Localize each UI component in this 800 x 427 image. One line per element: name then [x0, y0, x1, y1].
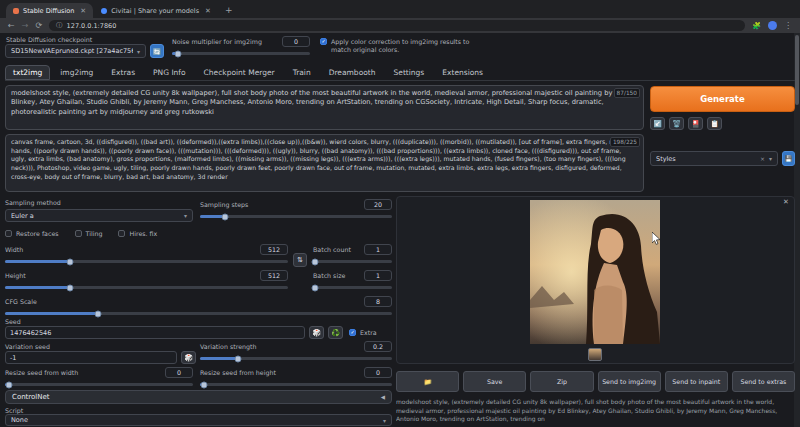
cfg-scale-slider[interactable] — [5, 312, 392, 315]
noise-multiplier-slider[interactable] — [172, 52, 310, 55]
script-value: None — [11, 416, 379, 424]
save-label: Save — [487, 378, 502, 386]
zip-button[interactable]: Zip — [530, 371, 593, 392]
extra-seed-checkbox[interactable]: ✓ Extra — [349, 329, 377, 336]
trash-icon: 🗑️ — [672, 120, 681, 128]
back-icon[interactable]: ← — [8, 21, 15, 30]
browser-tab-title: Civitai | Share your models — [111, 7, 199, 15]
scrollbar-thumb[interactable] — [795, 35, 799, 105]
variation-seed-input[interactable]: -1 — [5, 351, 177, 364]
save-style-button[interactable]: 💾 — [782, 151, 795, 166]
extra-networks-button[interactable]: 🎴 — [688, 117, 703, 130]
sampling-method-select[interactable]: Euler a ▾ — [5, 209, 193, 222]
variation-strength-slider[interactable] — [200, 357, 392, 360]
generate-button[interactable]: Generate — [650, 86, 795, 112]
refresh-checkpoint-button[interactable]: 🔄 — [150, 44, 164, 58]
width-slider[interactable] — [5, 260, 288, 263]
height-slider[interactable] — [5, 286, 288, 289]
send-to-extras-button[interactable]: Send to extras — [732, 371, 795, 392]
tab-png-info[interactable]: PNG Info — [145, 65, 194, 80]
browser-menu-icon[interactable]: ⋮ — [784, 21, 792, 30]
script-select[interactable]: None ▾ — [5, 414, 392, 426]
tab-extensions[interactable]: Extensions — [434, 65, 491, 80]
new-tab-button[interactable]: + — [225, 5, 233, 15]
cfg-scale-value[interactable]: 8 — [364, 296, 392, 307]
tab-checkpoint-merger[interactable]: Checkpoint Merger — [196, 65, 283, 80]
close-tab-icon[interactable]: ✕ — [205, 7, 211, 15]
reload-icon[interactable]: ⟳ — [35, 21, 42, 30]
address-bar[interactable]: ⓘ 127.0.0.1:7860 — [49, 20, 745, 31]
chevron-down-icon: ▾ — [184, 212, 187, 219]
tab-img2img[interactable]: img2img — [52, 65, 101, 80]
color-correction-checkbox[interactable]: ✓ Apply color correction to img2img resu… — [320, 38, 470, 54]
hires-fix-checkbox[interactable]: Hires. fix — [118, 230, 157, 237]
sampling-steps-value[interactable]: 20 — [364, 199, 392, 210]
zip-label: Zip — [557, 378, 567, 386]
paste-params-button[interactable]: ↙️ — [650, 117, 665, 130]
forward-icon[interactable]: → — [22, 21, 29, 30]
send-to-inpaint-label: Send to inpaint — [672, 378, 720, 386]
batch-count-value[interactable]: 1 — [364, 244, 392, 255]
resize-seed-height-value[interactable]: 0 — [364, 367, 392, 378]
card-icon: 🎴 — [691, 120, 700, 128]
noise-multiplier-value[interactable]: 0 — [282, 36, 310, 47]
width-value[interactable]: 512 — [260, 244, 288, 255]
random-seed-button[interactable]: 🎲 — [309, 326, 324, 339]
reuse-seed-button[interactable]: ♻️ — [328, 326, 343, 339]
profile-avatar[interactable] — [768, 21, 777, 30]
tab-extras[interactable]: Extras — [103, 65, 143, 80]
prompt-textarea[interactable]: modelshoot style, (extremely detailed CG… — [5, 85, 644, 130]
send-to-inpaint-button[interactable]: Send to inpaint — [665, 371, 728, 392]
save-style-icon: 💾 — [785, 155, 793, 162]
variation-strength-value[interactable]: 0.2 — [364, 341, 392, 352]
clear-prompt-button[interactable]: 🗑️ — [669, 117, 684, 130]
batch-count-slider[interactable] — [313, 260, 392, 263]
apply-style-button[interactable]: 📋 — [707, 117, 722, 130]
resize-seed-height-slider[interactable] — [200, 383, 392, 386]
chevron-down-icon: ▾ — [383, 417, 386, 424]
send-to-extras-label: Send to extras — [741, 378, 787, 386]
site-info-icon[interactable]: ⓘ — [56, 21, 63, 30]
tab-dreambooth[interactable]: Dreambooth — [321, 65, 384, 80]
gallery-thumbnail[interactable] — [588, 348, 602, 361]
checkpoint-value: SD15NewVAEpruned.ckpt [27a4ac756c] — [11, 47, 133, 55]
seed-label: Seed — [5, 318, 21, 325]
url-text: 127.0.0.1:7860 — [67, 22, 117, 30]
swap-dimensions-button[interactable]: ⇅ — [293, 253, 307, 267]
negative-prompt-textarea[interactable]: canvas frame, cartoon, 3d, ((disfigured)… — [5, 134, 644, 192]
tiling-checkbox[interactable]: Tiling — [75, 230, 103, 237]
checkpoint-label: Stable Diffusion checkpoint — [6, 36, 92, 43]
restore-faces-checkbox[interactable]: Restore faces — [5, 230, 59, 237]
resize-seed-height-label: Resize seed from height — [200, 369, 276, 376]
styles-select[interactable]: Styles × ▾ — [650, 151, 778, 166]
tab-train[interactable]: Train — [285, 65, 319, 80]
open-folder-button[interactable]: 📁 — [396, 371, 459, 392]
chevron-down-icon: ▾ — [137, 48, 140, 55]
send-to-img2img-button[interactable]: Send to img2img — [598, 371, 661, 392]
height-value[interactable]: 512 — [260, 270, 288, 281]
browser-tab-stable-diffusion[interactable]: Stable Diffusion ✕ — [6, 3, 93, 18]
accordion-arrow-icon: ◀ — [381, 394, 385, 400]
save-button[interactable]: Save — [463, 371, 526, 392]
negative-token-counter: 198/225 — [610, 137, 640, 147]
batch-size-slider[interactable] — [313, 286, 392, 289]
checkpoint-select[interactable]: SD15NewVAEpruned.ckpt [27a4ac756c] ▾ — [5, 44, 146, 58]
checkbox-checked-icon: ✓ — [320, 38, 327, 45]
resize-seed-width-value[interactable]: 0 — [165, 367, 193, 378]
browser-tab-title: Stable Diffusion — [23, 7, 74, 15]
controlnet-accordion[interactable]: ControlNet ◀ — [5, 390, 392, 404]
resize-seed-width-slider[interactable] — [5, 383, 193, 386]
browser-tab-civitai[interactable]: Civitai | Share your models ✕ — [94, 3, 218, 18]
generated-image[interactable] — [530, 200, 660, 344]
close-gallery-icon[interactable]: ✕ — [783, 198, 789, 206]
sampling-steps-slider[interactable] — [200, 215, 392, 218]
seed-input[interactable]: 1476462546 — [5, 326, 305, 339]
clear-styles-icon[interactable]: × — [760, 155, 765, 162]
random-variation-seed-button[interactable]: 🎲 — [181, 351, 196, 364]
extensions-icon[interactable]: 🧩 — [752, 22, 761, 30]
tab-settings[interactable]: Settings — [386, 65, 433, 80]
batch-size-value[interactable]: 1 — [364, 270, 392, 281]
tab-txt2img[interactable]: txt2img — [5, 65, 50, 80]
close-tab-icon[interactable]: ✕ — [80, 7, 86, 15]
generated-image-art — [530, 200, 660, 344]
